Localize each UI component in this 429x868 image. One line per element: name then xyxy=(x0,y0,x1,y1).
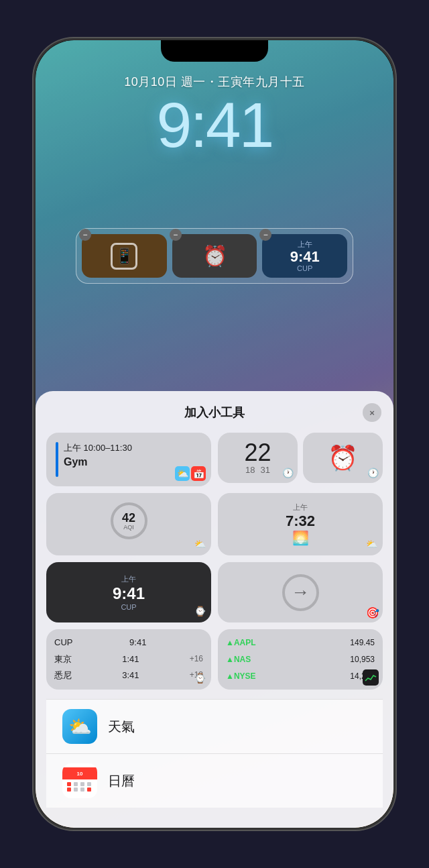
weather-app-name: 天氣 xyxy=(108,718,135,736)
calendar-app-item[interactable]: 10 日曆 xyxy=(46,753,383,808)
weather-app-icon: ⛅ xyxy=(62,709,97,744)
remove-alarm-btn[interactable]: − xyxy=(170,229,182,241)
alarm-icon-lock: ⏰ xyxy=(202,244,227,268)
sunrise-ampm: 上午 xyxy=(293,502,308,512)
cup-time-val: 9:41 xyxy=(290,250,320,264)
nyse-symbol: ▲NYSE xyxy=(226,669,256,683)
clock-row-tokyo: 東京 1:41 +16 xyxy=(54,653,203,667)
aqi-label: AQI xyxy=(123,524,134,531)
world-clock-mini-icon: ⌚ xyxy=(192,671,207,686)
weather-app-item[interactable]: ⛅ 天氣 xyxy=(46,699,383,753)
shortcuts-widget[interactable]: → 🎯 xyxy=(218,562,383,622)
cal-icon-dots xyxy=(64,779,95,794)
cup-panel-label: CUP xyxy=(121,603,136,611)
cal-dot-8 xyxy=(87,788,91,792)
calendar-time: 上午 10:00–11:30 xyxy=(64,442,202,454)
cup-clock-icon: ⌚ xyxy=(192,604,207,618)
alarm-widget-panel[interactable]: ⏰ 🕐 xyxy=(303,433,383,483)
cup-panel-ampm: 上午 xyxy=(121,574,136,584)
sunrise-time: 7:32 xyxy=(286,512,315,530)
calendar-bar xyxy=(56,442,58,477)
aapl-price: 149.45 xyxy=(350,636,375,649)
calendar-mini-icon: 📅 xyxy=(191,466,206,481)
sunrise-widget[interactable]: 上午 7:32 🌅 ⛅ xyxy=(218,493,383,555)
shortcut-arrow-icon: → xyxy=(282,574,319,611)
sunrise-icon: 🌅 xyxy=(292,530,309,546)
panel-title: 加入小工具 xyxy=(46,404,383,421)
cup-label: CUP xyxy=(297,264,312,272)
notch xyxy=(161,40,268,62)
aqi-weather-icon: ⛅ xyxy=(192,537,207,551)
lock-time: 9:41 xyxy=(36,93,393,157)
remove-mirror-btn[interactable]: − xyxy=(79,229,91,241)
cal-dot-3 xyxy=(80,782,84,786)
clock-sub-numbers: 18 31 xyxy=(245,465,270,475)
stocks-widget[interactable]: ▲AAPL 149.45 ▲NAS 10,953 ▲NYSE 14,226 xyxy=(218,629,383,690)
clock-22-widget[interactable]: 22 18 31 🕐 xyxy=(218,433,298,483)
aqi-number: 42 xyxy=(122,512,135,524)
clock-alarm-row: 22 18 31 🕐 ⏰ 🕐 xyxy=(218,433,383,483)
lock-screen-top: 10月10日 週一・王寅年九月十五 9:41 xyxy=(36,74,393,167)
alarm-widget-lock[interactable]: − ⏰ xyxy=(172,234,257,278)
stock-row-nyse: ▲NYSE 14,226 xyxy=(226,669,375,683)
cal-dot-6 xyxy=(74,788,78,792)
lock-widgets-row: − 📱 − ⏰ − 上午 9:41 CUP xyxy=(76,228,353,284)
add-widgets-panel: 加入小工具 × 上午 10:00–11:30 Gym 📅 ⛅ xyxy=(36,391,393,828)
calendar-widget[interactable]: 上午 10:00–11:30 Gym 📅 ⛅ xyxy=(46,433,211,486)
clock-22-number: 22 xyxy=(244,441,271,465)
mirror-widget[interactable]: − 📱 xyxy=(82,234,167,278)
widget-grid: 上午 10:00–11:30 Gym 📅 ⛅ 22 18 xyxy=(46,433,383,690)
phone-frame: 10月10日 週一・王寅年九月十五 9:41 − 📱 − ⏰ xyxy=(34,38,395,830)
clock-mini-icon: 🕐 xyxy=(280,466,295,480)
clock-row-cup: CUP 9:41 xyxy=(54,636,203,650)
fitness-mini-icon: 🎯 xyxy=(365,605,380,620)
nas-price: 10,953 xyxy=(350,653,375,666)
stock-row-nas: ▲NAS 10,953 xyxy=(226,653,375,666)
app-list: ⛅ 天氣 10 xyxy=(46,699,383,808)
world-clock-widget[interactable]: CUP 9:41 東京 1:41 +16 悉尼 3:41 +18 ⌚ xyxy=(46,629,211,690)
cup-panel-time: 9:41 xyxy=(113,584,145,603)
aapl-symbol: ▲AAPL xyxy=(226,636,256,649)
cup-time-widget-lock[interactable]: − 上午 9:41 CUP xyxy=(262,234,347,278)
aqi-circle: 42 AQI xyxy=(111,502,147,539)
remove-cup-btn[interactable]: − xyxy=(259,229,271,241)
cup-time-content: 上午 9:41 CUP xyxy=(290,239,320,272)
sunrise-weather-icon: ⛅ xyxy=(364,537,379,551)
weather-mini-icon: ⛅ xyxy=(175,466,190,481)
phone-screen: 10月10日 週一・王寅年九月十五 9:41 − 📱 − ⏰ xyxy=(36,40,393,828)
clock-row-sydney: 悉尼 3:41 +18 xyxy=(54,669,203,683)
cal-dot-1 xyxy=(67,782,71,786)
calendar-app-name: 日曆 xyxy=(108,772,135,790)
alarm-mini-icon: 🕐 xyxy=(365,466,380,480)
right-col-top: 22 18 31 🕐 ⏰ 🕐 xyxy=(218,433,383,486)
cal-dot-2 xyxy=(74,782,78,786)
cal-dot-4 xyxy=(87,782,91,786)
cal-icon-header: 10 xyxy=(62,767,97,779)
lock-date: 10月10日 週一・王寅年九月十五 xyxy=(36,74,393,90)
nas-symbol: ▲NAS xyxy=(226,653,251,666)
stocks-chart-icon xyxy=(363,669,379,686)
aqi-widget[interactable]: 42 AQI ⛅ xyxy=(46,493,211,555)
alarm-big-icon: ⏰ xyxy=(328,444,358,472)
calendar-app-icon: 10 xyxy=(62,763,97,798)
close-button[interactable]: × xyxy=(363,403,381,422)
cal-dot-7 xyxy=(80,788,84,792)
cup-time-panel-widget[interactable]: 上午 9:41 CUP ⌚ xyxy=(46,562,211,622)
cal-dot-5 xyxy=(67,788,71,792)
stock-row-aapl: ▲AAPL 149.45 xyxy=(226,636,375,649)
mirror-icon: 📱 xyxy=(111,243,137,270)
